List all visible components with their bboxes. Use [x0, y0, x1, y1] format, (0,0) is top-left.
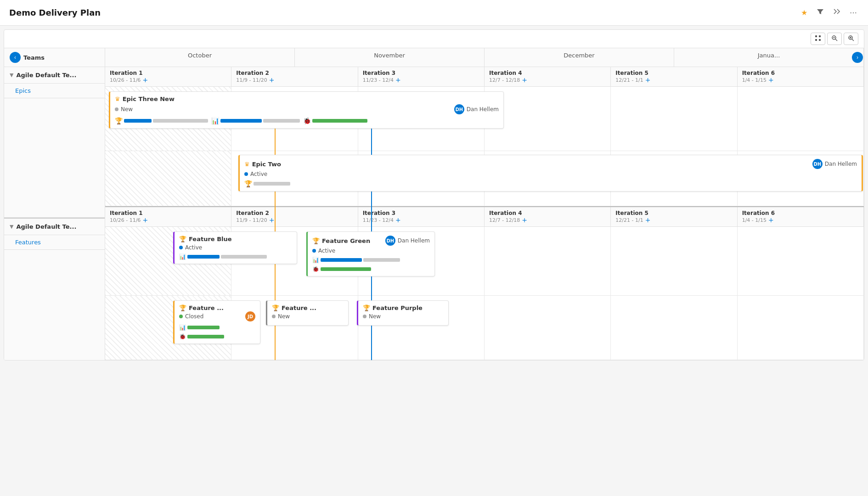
filter-button[interactable]	[815, 6, 826, 19]
collapse-button[interactable]	[831, 6, 842, 19]
feature-green-assignee: DH Dan Hellem	[385, 236, 430, 246]
trophy-icon-4: 🏆	[312, 237, 320, 244]
iter2-add-3[interactable]: +	[395, 216, 401, 224]
iter-icon-2: 📊	[179, 254, 186, 260]
status-dot-active-3	[312, 249, 316, 253]
feat-bar-green-3	[187, 335, 224, 338]
epic-three-row: ♛ Epic Three New New DH Dan Hellem	[105, 87, 864, 151]
expand-icon-1: ▼	[10, 72, 13, 78]
trophy-icon-6: 🏆	[272, 304, 279, 311]
trophy-icon-1: 🏆	[115, 117, 123, 124]
trophy-icon-7: 🏆	[363, 304, 370, 311]
epic-two-row: ♛ Epic Two DH Dan Hellem Active	[105, 151, 864, 206]
epics-link[interactable]: Epics	[4, 84, 105, 98]
iter1-1: Iteration 1 10/26 - 11/6 +	[105, 67, 231, 86]
team1-section[interactable]: ▼ Agile Default Te...	[4, 67, 105, 84]
bar-gray-3	[254, 182, 290, 186]
bar-gray-1	[153, 119, 208, 123]
bug-icon-3: 🐞	[179, 333, 186, 340]
avatar-3: DH	[385, 236, 395, 246]
fit-button[interactable]	[811, 33, 825, 45]
timeline-wrapper: Test today ‹ Teams October November Dece…	[4, 48, 864, 360]
iter2-add-5[interactable]: +	[645, 216, 651, 224]
zoom-out-button[interactable]	[827, 33, 842, 45]
iter-add-5[interactable]: +	[645, 76, 651, 84]
zoom-in-button[interactable]	[844, 33, 858, 45]
top-icons: ★ ⋯	[799, 6, 859, 19]
epic2-status: Active	[244, 171, 857, 177]
feature-purple-card[interactable]: 🏆 Feature Purple New	[357, 300, 449, 326]
month-october: October	[105, 48, 295, 67]
iter-add-3[interactable]: +	[395, 76, 401, 84]
crown-icon-2: ♛	[244, 161, 250, 168]
crown-icon-1: ♛	[115, 96, 120, 102]
left-panel: ▼ Agile Default Te... Epics ▼ Agile Defa…	[4, 67, 105, 360]
feat-bar-blue-2	[321, 258, 362, 262]
epic3-title: ♛ Epic Three New	[115, 96, 499, 102]
feature-purple-title: 🏆 Feature Purple	[363, 304, 444, 311]
feature-closed-status: Closed	[179, 313, 203, 320]
month-header: ‹ Teams October November December Janua.…	[4, 48, 864, 67]
feature-closed-card[interactable]: 🏆 Feature ... Closed JD 📊	[173, 300, 260, 344]
epic3-cell-jan	[738, 87, 864, 151]
svg-line-5	[835, 39, 837, 41]
iter1-5: Iteration 5 12/21 - 1/1 +	[611, 67, 737, 86]
iter1-6: Iteration 6 1/4 - 1/15 +	[738, 67, 864, 86]
iter2-add-2[interactable]: +	[269, 216, 275, 224]
month-cols: October November December Janua...	[105, 48, 864, 67]
iter-add-2[interactable]: +	[269, 76, 275, 84]
bar-blue-1	[124, 119, 152, 123]
feature-blue-card[interactable]: 🏆 Feature Blue Active 📊	[173, 231, 297, 264]
iter1-3: Iteration 3 11/23 - 12/4 +	[358, 67, 485, 86]
feat-bar-green-1	[321, 267, 371, 271]
feature-purple-status: New	[363, 313, 444, 320]
iter-add-6[interactable]: +	[768, 76, 774, 84]
nav-right-button[interactable]: ›	[852, 52, 863, 63]
feat1-cell-jan	[738, 227, 864, 295]
grid-area: Iteration 1 10/26 - 11/6 + Iteration 2 1…	[105, 67, 864, 360]
iter2-5: Iteration 5 12/21 - 1/1 +	[611, 207, 737, 226]
features-link[interactable]: Features	[4, 235, 105, 250]
feature-new-card[interactable]: 🏆 Feature ... New	[266, 300, 349, 326]
star-button[interactable]: ★	[799, 6, 809, 19]
epic3-bars: 🏆 📊 🐞	[115, 117, 499, 124]
feat-bar-green-2	[187, 326, 220, 329]
team2-section[interactable]: ▼ Agile Default Te...	[4, 218, 105, 235]
feature-green-title: 🏆 Feature Green	[312, 237, 370, 244]
iter2-add-1[interactable]: +	[142, 216, 148, 224]
iter-icon-1: 📊	[211, 117, 219, 124]
iter2-6: Iteration 6 1/4 - 1/15 +	[738, 207, 864, 226]
iter2-4: Iteration 4 12/7 - 12/18 +	[485, 207, 611, 226]
iter-add-1[interactable]: +	[142, 76, 148, 84]
more-button[interactable]: ⋯	[848, 6, 859, 19]
feature-green-status: Active	[312, 248, 430, 254]
iterations-row-2: Iteration 1 10/26 - 11/6 + Iteration 2 1…	[105, 207, 864, 227]
epics-spacer	[4, 98, 105, 218]
iter-add-4[interactable]: +	[522, 76, 527, 84]
iter2-add-6[interactable]: +	[768, 216, 774, 224]
iter1-2: Iteration 2 11/9 - 11/20 +	[231, 67, 358, 86]
svg-rect-0	[815, 35, 817, 37]
svg-rect-3	[819, 39, 821, 41]
feature-blue-status: Active	[179, 244, 292, 251]
iter2-3: Iteration 3 11/23 - 12/4 +	[358, 207, 485, 226]
svg-line-8	[852, 39, 854, 41]
feature-green-card[interactable]: 🏆 Feature Green DH Dan Hellem Active	[306, 231, 435, 276]
features-row-1: 🏆 Feature Blue Active 📊	[105, 227, 864, 296]
feat-bar-gray-1	[221, 255, 267, 259]
svg-rect-1	[819, 35, 821, 37]
avatar-1: DH	[454, 104, 464, 114]
month-december: December	[485, 48, 674, 67]
avatar-2: DH	[812, 159, 823, 169]
epic-three-card[interactable]: ♛ Epic Three New New DH Dan Hellem	[109, 91, 504, 129]
team1-name: Agile Default Te...	[16, 72, 76, 79]
epic-two-card[interactable]: ♛ Epic Two DH Dan Hellem Active	[238, 155, 863, 192]
nav-left-button[interactable]: ‹	[10, 52, 21, 63]
epic2-assignee: DH Dan Hellem	[812, 159, 857, 169]
toolbar	[4, 30, 864, 48]
epic2-title: ♛ Epic Two	[244, 161, 281, 168]
feat1-cell-dec1	[485, 227, 611, 295]
iter2-add-4[interactable]: +	[522, 216, 527, 224]
content-area: ▼ Agile Default Te... Epics ▼ Agile Defa…	[4, 67, 864, 360]
feature-green-bars: 📊	[312, 257, 430, 263]
